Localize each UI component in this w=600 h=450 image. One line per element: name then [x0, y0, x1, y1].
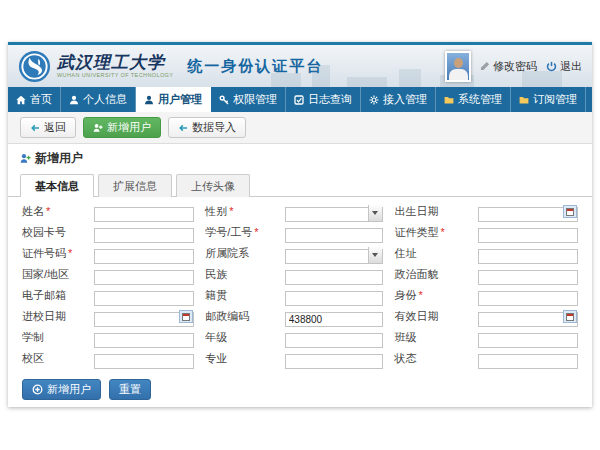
skyline-decor: [312, 65, 330, 87]
tab-basic-info[interactable]: 基本信息: [20, 174, 94, 197]
field-label: 学号/工号*: [205, 225, 273, 243]
field-label: 年级*: [205, 330, 273, 348]
form-actions: 新增用户 重置: [8, 375, 592, 407]
skyline-decor: [399, 69, 421, 87]
calendar-icon[interactable]: [563, 205, 577, 218]
field-input-邮政编码[interactable]: [285, 312, 383, 327]
import-arrow-icon: [178, 123, 188, 133]
field-control: [478, 351, 578, 369]
field-control: [94, 267, 194, 285]
reset-button[interactable]: 重置: [109, 379, 151, 400]
field-label: 状态*: [394, 351, 466, 369]
tab-upload-avatar[interactable]: 上传头像: [176, 174, 250, 197]
field-input-民族[interactable]: [285, 270, 383, 285]
calendar-icon[interactable]: [563, 310, 577, 323]
field-control: [94, 309, 194, 327]
field-input-身份[interactable]: [478, 291, 578, 306]
field-control: [285, 225, 383, 243]
home-icon: [16, 95, 26, 105]
logout-label: 退出: [560, 59, 582, 74]
field-label: 邮政编码*: [205, 309, 273, 327]
field-input-年级[interactable]: [285, 333, 383, 348]
field-input-校区[interactable]: [94, 354, 194, 369]
skyline-decor: [271, 73, 301, 87]
field-input-校园卡号[interactable]: [94, 228, 194, 243]
field-input-状态[interactable]: [478, 354, 578, 369]
calendar-icon[interactable]: [179, 310, 193, 323]
field-input-班级[interactable]: [478, 333, 578, 348]
nav-label: 接入管理: [383, 92, 427, 107]
required-asterisk: *: [46, 205, 50, 217]
add-user-toolbar-button[interactable]: 新增用户: [83, 117, 161, 138]
section-header: 新增用户: [8, 144, 592, 169]
field-control: [478, 225, 578, 243]
field-input-证件类型[interactable]: [478, 228, 578, 243]
required-asterisk: *: [440, 226, 444, 238]
field-input-籍贯[interactable]: [285, 291, 383, 306]
folder-icon: [519, 95, 529, 105]
nav-item-access-management[interactable]: 接入管理: [361, 87, 436, 112]
field-label: 校园卡号*: [22, 225, 82, 243]
nav-item-log-query[interactable]: 日志查询: [286, 87, 361, 112]
change-password-link[interactable]: 修改密码: [480, 59, 537, 74]
field-label: 政治面貌*: [394, 267, 466, 285]
field-input-证件号码[interactable]: [94, 249, 194, 264]
field-control: [94, 330, 194, 348]
field-label: 所属院系*: [205, 246, 273, 264]
nav-item-user-management[interactable]: 用户管理: [136, 87, 211, 112]
nav-item-subscription-management[interactable]: 订阅管理: [511, 87, 586, 112]
field-control: [285, 267, 383, 285]
user-icon: [144, 95, 154, 105]
field-control: [285, 309, 383, 327]
main-nav: 首页 个人信息 用户管理 权限管理: [8, 87, 592, 112]
power-icon: [546, 61, 557, 72]
field-input-学号/工号[interactable]: [285, 228, 383, 243]
field-input-电子邮箱[interactable]: [94, 291, 194, 306]
user-plus-icon: [93, 123, 103, 133]
nav-item-home[interactable]: 首页: [8, 87, 61, 112]
field-label: 国家/地区*: [22, 267, 82, 285]
field-input-国家/地区[interactable]: [94, 270, 194, 285]
university-name-block: 武汉理工大学 WUHAN UNIVERSITY OF TECHNOLOGY: [57, 54, 173, 79]
header: 武汉理工大学 WUHAN UNIVERSITY OF TECHNOLOGY 统一…: [8, 45, 592, 87]
field-input-学制[interactable]: [94, 333, 194, 348]
university-logo-icon: [18, 50, 51, 83]
field-input-住址[interactable]: [478, 249, 578, 264]
nav-label: 个人信息: [83, 92, 127, 107]
dropdown-arrow-icon[interactable]: [368, 247, 382, 263]
field-control: [94, 246, 194, 264]
submit-add-user-button[interactable]: 新增用户: [22, 379, 101, 400]
field-input-政治面貌[interactable]: [478, 270, 578, 285]
nav-item-personal-info[interactable]: 个人信息: [61, 87, 136, 112]
field-label: 证件类型*: [394, 225, 466, 243]
field-label: 班级*: [394, 330, 466, 348]
data-import-button[interactable]: 数据导入: [168, 117, 246, 138]
user-avatar: [445, 51, 471, 82]
reset-button-label: 重置: [119, 382, 141, 397]
nav-item-system-management[interactable]: 系统管理: [436, 87, 511, 112]
back-button[interactable]: 返回: [20, 117, 76, 138]
add-user-section-icon: [20, 153, 31, 164]
change-password-label: 修改密码: [493, 59, 537, 74]
logout-link[interactable]: 退出: [546, 59, 582, 74]
field-input-专业[interactable]: [285, 354, 383, 369]
field-label: 专业*: [205, 351, 273, 369]
app-window: 武汉理工大学 WUHAN UNIVERSITY OF TECHNOLOGY 统一…: [8, 42, 592, 407]
required-asterisk: *: [68, 247, 72, 259]
dropdown-arrow-icon[interactable]: [368, 205, 382, 221]
field-label: 有效日期*: [394, 309, 466, 327]
field-control: [94, 204, 194, 222]
field-input-姓名[interactable]: [94, 207, 194, 222]
nav-label: 用户管理: [158, 92, 202, 107]
key-icon: [219, 95, 229, 105]
field-control: [285, 330, 383, 348]
data-import-label: 数据导入: [192, 120, 236, 135]
nav-item-permission-management[interactable]: 权限管理: [211, 87, 286, 112]
nav-label: 系统管理: [458, 92, 502, 107]
required-asterisk: *: [418, 289, 422, 301]
tab-bar: 基本信息 扩展信息 上传头像: [8, 169, 592, 197]
skyline-decor: [347, 77, 387, 87]
tab-extended-info[interactable]: 扩展信息: [98, 174, 172, 197]
form-grid: 姓名* 性别* 出生日期* 校园卡号*: [8, 197, 592, 375]
field-control: [478, 330, 578, 348]
